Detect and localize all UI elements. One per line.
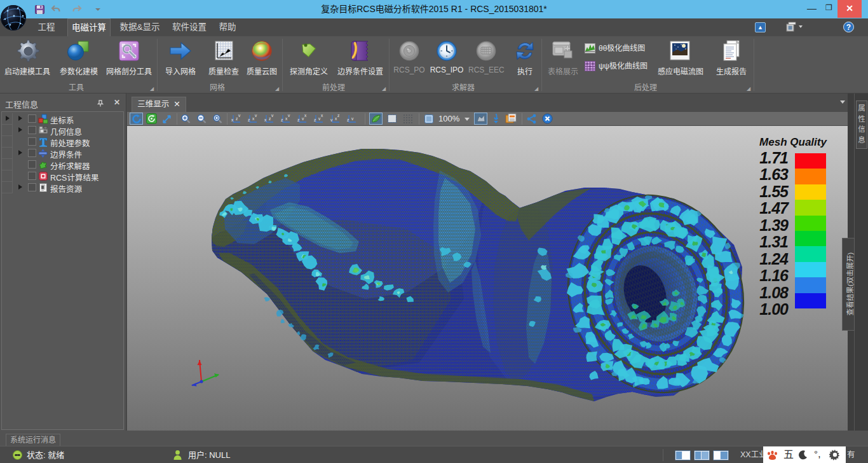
- svg-text:v: v: [255, 114, 257, 118]
- svg-text:z: z: [347, 118, 349, 122]
- svg-text:z: z: [281, 118, 283, 122]
- svg-text:x: x: [321, 114, 323, 118]
- svg-text:z: z: [248, 118, 250, 122]
- svg-text:v: v: [351, 116, 354, 121]
- svg-text:z: z: [337, 114, 339, 118]
- svg-text:x: x: [304, 114, 307, 118]
- svg-text:v: v: [288, 114, 290, 118]
- svg-text:z: z: [314, 118, 316, 122]
- svg-text:v: v: [271, 114, 274, 118]
- svg-text:z: z: [236, 116, 238, 121]
- svg-text:z: z: [297, 118, 299, 122]
- svg-text:z: z: [269, 116, 271, 121]
- svg-text:v: v: [238, 114, 241, 118]
